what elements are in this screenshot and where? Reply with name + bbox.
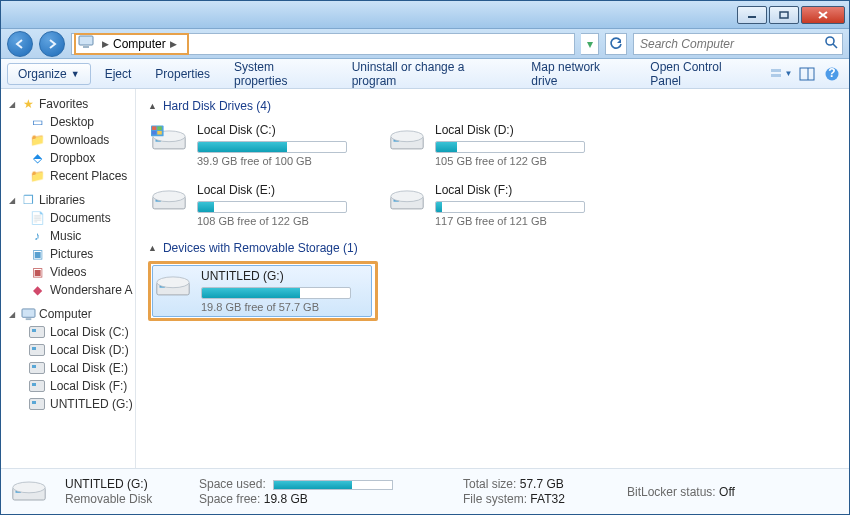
sidebar-item-recent[interactable]: 📁Recent Places xyxy=(5,167,135,185)
music-icon: ♪ xyxy=(29,229,45,243)
libraries-group[interactable]: ◢ ❐ Libraries xyxy=(5,191,135,209)
back-button[interactable] xyxy=(7,31,33,57)
capacity-bar xyxy=(197,201,347,213)
maximize-button[interactable] xyxy=(769,6,799,24)
svg-rect-12 xyxy=(22,308,35,316)
system-properties-button[interactable]: System properties xyxy=(224,57,338,91)
drive-icon xyxy=(29,398,45,410)
minimize-button[interactable] xyxy=(737,6,767,24)
address-location: Computer xyxy=(113,37,166,51)
chevron-right-icon: ▶ xyxy=(170,39,177,49)
drive-tile[interactable]: Local Disk (D:) 105 GB free of 122 GB xyxy=(386,119,606,171)
libraries-icon: ❐ xyxy=(20,193,36,207)
svg-point-33 xyxy=(157,277,189,288)
view-options-button[interactable]: ▼ xyxy=(770,63,792,85)
capacity-bar xyxy=(197,141,347,153)
map-network-drive-button[interactable]: Map network drive xyxy=(521,57,636,91)
drive-name: Local Disk (D:) xyxy=(435,123,585,139)
drive-tile[interactable]: Local Disk (C:) 39.9 GB free of 100 GB xyxy=(148,119,368,171)
svg-text:?: ? xyxy=(829,66,836,80)
titlebar xyxy=(1,1,849,29)
organize-button[interactable]: Organize ▼ xyxy=(7,63,91,85)
svg-rect-7 xyxy=(771,74,781,77)
svg-point-27 xyxy=(153,191,185,202)
chevron-down-icon: ▼ xyxy=(71,69,80,79)
drive-icon xyxy=(29,380,45,392)
forward-button[interactable] xyxy=(39,31,65,57)
recent-icon: 📁 xyxy=(29,169,45,183)
address-dropdown[interactable]: ▾ xyxy=(581,33,599,55)
collapse-icon: ◢ xyxy=(7,310,17,319)
svg-rect-13 xyxy=(25,318,31,320)
sidebar-item-pictures[interactable]: ▣Pictures xyxy=(5,245,135,263)
sidebar-item-drive-d[interactable]: Local Disk (D:) xyxy=(5,341,135,359)
space-used-bar xyxy=(273,480,393,490)
organize-label: Organize xyxy=(18,67,67,81)
desktop-icon: ▭ xyxy=(29,115,45,129)
address-bar[interactable]: ▶ Computer ▶ xyxy=(71,33,575,55)
collapse-icon: ◢ xyxy=(7,100,17,109)
eject-button[interactable]: Eject xyxy=(95,64,142,84)
removable-section-header[interactable]: ▲ Devices with Removable Storage (1) xyxy=(148,241,839,255)
svg-rect-3 xyxy=(83,46,89,48)
dropbox-icon: ⬘ xyxy=(29,151,45,165)
sidebar-item-drive-e[interactable]: Local Disk (E:) xyxy=(5,359,135,377)
close-button[interactable] xyxy=(801,6,845,24)
svg-rect-1 xyxy=(780,12,788,18)
svg-rect-8 xyxy=(800,68,814,80)
chevron-down-icon: ▼ xyxy=(784,69,792,78)
sidebar-item-documents[interactable]: 📄Documents xyxy=(5,209,135,227)
selection-highlight: UNTITLED (G:) 19.8 GB free of 57.7 GB xyxy=(148,261,378,321)
svg-point-30 xyxy=(391,191,423,202)
control-panel-button[interactable]: Open Control Panel xyxy=(640,57,762,91)
favorites-group[interactable]: ◢ ★ Favorites xyxy=(5,95,135,113)
svg-point-36 xyxy=(13,482,45,493)
drive-icon xyxy=(29,326,45,338)
search-box[interactable] xyxy=(633,33,843,55)
properties-button[interactable]: Properties xyxy=(145,64,220,84)
sidebar-item-drive-c[interactable]: Local Disk (C:) xyxy=(5,323,135,341)
svg-point-4 xyxy=(826,37,834,45)
sidebar-item-drive-f[interactable]: Local Disk (F:) xyxy=(5,377,135,395)
drive-tile[interactable]: UNTITLED (G:) 19.8 GB free of 57.7 GB xyxy=(152,265,372,317)
sidebar-item-music[interactable]: ♪Music xyxy=(5,227,135,245)
search-input[interactable] xyxy=(638,36,824,52)
computer-group[interactable]: ◢ Computer xyxy=(5,305,135,323)
body: ◢ ★ Favorites ▭Desktop 📁Downloads ⬘Dropb… xyxy=(1,89,849,468)
sidebar-item-desktop[interactable]: ▭Desktop xyxy=(5,113,135,131)
details-title: UNTITLED (G:) xyxy=(65,477,185,491)
computer-icon xyxy=(20,308,36,321)
sidebar-item-dropbox[interactable]: ⬘Dropbox xyxy=(5,149,135,167)
command-bar: Organize ▼ Eject Properties System prope… xyxy=(1,59,849,89)
drive-icon xyxy=(389,183,425,215)
collapse-icon: ▲ xyxy=(148,101,157,111)
svg-rect-2 xyxy=(79,36,93,45)
drive-icon xyxy=(29,344,45,356)
svg-rect-21 xyxy=(157,131,162,135)
collapse-icon: ▲ xyxy=(148,243,157,253)
hdd-section-header[interactable]: ▲ Hard Disk Drives (4) xyxy=(148,99,839,113)
refresh-button[interactable] xyxy=(605,33,627,55)
folder-icon: 📁 xyxy=(29,133,45,147)
help-button[interactable]: ? xyxy=(822,63,843,85)
drive-free-text: 108 GB free of 122 GB xyxy=(197,215,347,227)
sidebar-item-drive-g[interactable]: UNTITLED (G:) xyxy=(5,395,135,413)
videos-icon: ▣ xyxy=(29,265,45,279)
svg-rect-6 xyxy=(771,69,781,72)
sidebar-item-wondershare[interactable]: ◆Wondershare A xyxy=(5,281,135,299)
sidebar-item-downloads[interactable]: 📁Downloads xyxy=(5,131,135,149)
drive-tile[interactable]: Local Disk (E:) 108 GB free of 122 GB xyxy=(148,179,368,231)
drive-icon xyxy=(11,477,51,507)
preview-pane-button[interactable] xyxy=(796,63,817,85)
sidebar-item-videos[interactable]: ▣Videos xyxy=(5,263,135,281)
svg-line-5 xyxy=(833,44,837,48)
svg-rect-18 xyxy=(152,126,157,130)
computer-icon xyxy=(78,35,98,52)
drive-tile[interactable]: Local Disk (F:) 117 GB free of 121 GB xyxy=(386,179,606,231)
svg-rect-19 xyxy=(157,126,162,130)
uninstall-button[interactable]: Uninstall or change a program xyxy=(342,57,518,91)
drive-name: Local Disk (C:) xyxy=(197,123,347,139)
pictures-icon: ▣ xyxy=(29,247,45,261)
drive-name: UNTITLED (G:) xyxy=(201,269,351,285)
details-pane: UNTITLED (G:) Removable Disk Space used:… xyxy=(1,468,849,514)
